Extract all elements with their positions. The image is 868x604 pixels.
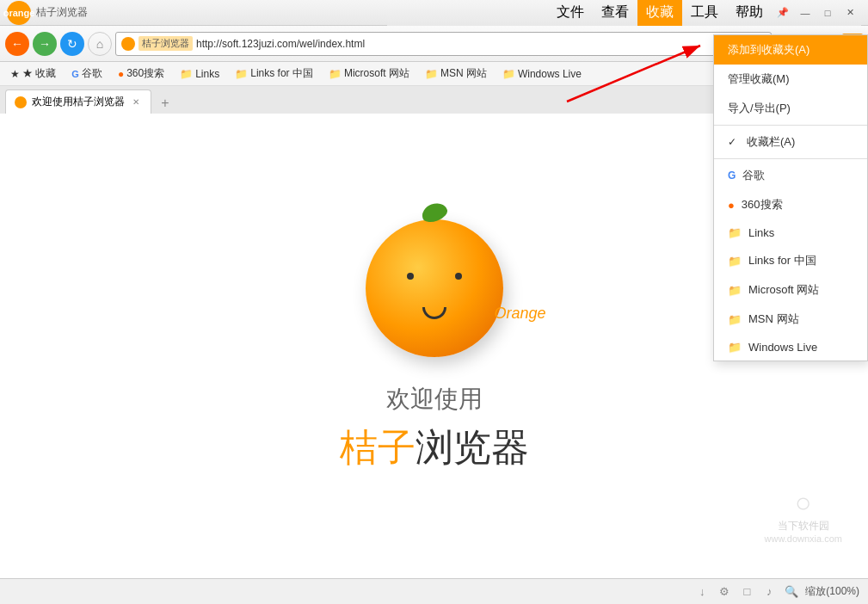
menu-help[interactable]: 帮助 — [727, 0, 772, 26]
dropdown-separator-1 — [714, 125, 867, 126]
tab-label: 欢迎使用桔子浏览器 — [32, 95, 125, 109]
bookmark-google[interactable]: G 谷歌 — [66, 65, 108, 83]
orange-eye-right — [455, 273, 462, 280]
browser-name: 桔子浏览器 — [340, 422, 529, 473]
folder-menu-icon-links-china: 📁 — [728, 255, 742, 268]
dropdown-bookmarks-bar[interactable]: ✓ 收藏栏(A) — [714, 127, 867, 157]
dropdown-links-china[interactable]: 📁 Links for 中国 — [714, 246, 867, 275]
dropdown-microsoft-label: Microsoft 网站 — [748, 282, 819, 298]
welcome-text: 欢迎使用 — [386, 383, 483, 416]
bookmark-links-label: Links — [195, 68, 219, 80]
site-label: 桔子浏览器 — [139, 36, 193, 51]
bookmark-main-label: ★ 收藏 — [22, 66, 56, 81]
watermark: ○ 当下软件园 www.downxia.com — [765, 487, 842, 544]
forward-button[interactable]: → — [33, 32, 57, 56]
folder-icon-windows-live: 📁 — [502, 68, 515, 80]
dropdown-msn[interactable]: 📁 MSN 网站 — [714, 305, 867, 334]
check-icon: ✓ — [728, 136, 740, 148]
star-icon: ★ — [10, 68, 20, 80]
url-input[interactable] — [196, 38, 766, 50]
home-button[interactable]: ⌂ — [88, 32, 112, 56]
bookmark-360search[interactable]: ● 360搜索 — [113, 65, 169, 83]
bookmark-links-china-label: Links for 中国 — [250, 66, 313, 81]
google-menu-icon: G — [728, 169, 736, 182]
folder-icon-links-china: 📁 — [235, 68, 248, 80]
screen-icon[interactable]: □ — [738, 583, 755, 601]
browser-window: orange 桔子浏览器 文件 查看 收藏 工具 帮助 📌 — □ ✕ ← → … — [0, 0, 868, 604]
orange-mascot: Orange — [366, 219, 503, 357]
dropdown-manage-bookmarks[interactable]: 管理收藏(M) — [714, 65, 867, 94]
bookmark-microsoft-label: Microsoft 网站 — [344, 66, 409, 81]
tab-close-button[interactable]: ✕ — [130, 96, 142, 108]
bookmarks-dropdown: 添加到收藏夹(A) 管理收藏(M) 导入/导出(P) ✓ 收藏栏(A) G 谷歌… — [713, 34, 868, 361]
browser-name-suffix: 浏览器 — [416, 426, 529, 468]
bookmark-msn[interactable]: 📁 MSN 网站 — [420, 65, 492, 83]
dropdown-windows-live-label: Windows Live — [748, 341, 817, 354]
folder-menu-icon-links: 📁 — [728, 226, 742, 239]
orange-leaf — [419, 200, 449, 225]
dropdown-links-label: Links — [748, 226, 774, 239]
bookmark-main[interactable]: ★ ★ 收藏 — [5, 65, 61, 83]
dropdown-360search[interactable]: ● 360搜索 — [714, 190, 867, 219]
menu-file[interactable]: 文件 — [548, 0, 593, 26]
dropdown-windows-live[interactable]: 📁 Windows Live — [714, 334, 867, 361]
dropdown-360-label: 360搜索 — [742, 197, 783, 213]
dropdown-import-export[interactable]: 导入/导出(P) — [714, 94, 867, 123]
window-controls: 📌 — □ ✕ — [772, 0, 861, 26]
menu-bar: 文件 查看 收藏 工具 帮助 — [387, 0, 773, 26]
orange-smile — [422, 307, 446, 319]
dropdown-google-label: 谷歌 — [742, 168, 765, 183]
status-icons: ↓ ⚙ □ ♪ 🔍 缩放(100%) — [693, 583, 859, 601]
dropdown-add-bookmark[interactable]: 添加到收藏夹(A) — [714, 35, 867, 65]
settings-icon[interactable]: ⚙ — [716, 583, 733, 601]
tab-welcome[interactable]: 欢迎使用桔子浏览器 ✕ — [5, 89, 151, 114]
dropdown-separator-2 — [714, 158, 867, 159]
orange-label: Orange — [494, 305, 545, 323]
new-tab-button[interactable]: + — [155, 93, 175, 114]
folder-menu-icon-windows-live: 📁 — [728, 341, 742, 354]
minimize-button[interactable]: — — [794, 4, 816, 22]
menu-bookmarks[interactable]: 收藏 — [637, 0, 682, 26]
search-icon[interactable]: 🔍 — [783, 583, 800, 601]
folder-icon-msn: 📁 — [425, 68, 438, 80]
menu-tools[interactable]: 工具 — [682, 0, 727, 26]
browser-name-orange: 桔子 — [340, 426, 416, 468]
folder-icon-links: 📁 — [180, 68, 193, 80]
address-bar: 桔子浏览器 — [115, 32, 772, 56]
dropdown-links[interactable]: 📁 Links — [714, 219, 867, 246]
address-favicon — [121, 37, 135, 51]
bookmark-microsoft[interactable]: 📁 Microsoft 网站 — [323, 65, 415, 83]
orange-body — [366, 219, 503, 357]
title-bar: orange 桔子浏览器 文件 查看 收藏 工具 帮助 📌 — □ ✕ — [0, 0, 868, 26]
bookmark-links-china[interactable]: 📁 Links for 中国 — [230, 65, 318, 83]
dropdown-links-china-label: Links for 中国 — [748, 253, 816, 268]
logo-text: orange — [3, 8, 35, 18]
dropdown-msn-label: MSN 网站 — [748, 311, 799, 327]
sound-icon[interactable]: ♪ — [760, 583, 778, 601]
google-icon: G — [71, 69, 79, 79]
bookmark-windows-live[interactable]: 📁 Windows Live — [497, 66, 587, 82]
dropdown-microsoft[interactable]: 📁 Microsoft 网站 — [714, 275, 867, 305]
refresh-button[interactable]: ↻ — [60, 32, 84, 56]
close-button[interactable]: ✕ — [839, 4, 861, 22]
folder-menu-icon-msn: 📁 — [728, 313, 742, 326]
360-icon: ● — [118, 68, 124, 80]
maximize-button[interactable]: □ — [816, 4, 839, 22]
watermark-site-name: 当下软件园 — [765, 519, 842, 533]
bookmark-links[interactable]: 📁 Links — [175, 66, 225, 82]
pin-button[interactable]: 📌 — [772, 4, 794, 22]
bookmarks-bar-label: 收藏栏(A) — [747, 134, 795, 150]
dropdown-google[interactable]: G 谷歌 — [714, 161, 867, 190]
app-logo: orange — [7, 1, 31, 25]
bookmark-windows-live-label: Windows Live — [518, 68, 582, 80]
orange-eye-left — [407, 273, 414, 280]
watermark-url: www.downxia.com — [765, 533, 842, 544]
download-icon[interactable]: ↓ — [693, 583, 711, 601]
app-title: 桔子浏览器 — [36, 5, 387, 20]
bookmark-360-label: 360搜索 — [126, 66, 164, 81]
bookmark-google-label: 谷歌 — [82, 66, 102, 81]
tab-favicon — [15, 96, 27, 108]
back-button[interactable]: ← — [5, 32, 29, 56]
360-menu-icon: ● — [728, 199, 735, 212]
menu-view[interactable]: 查看 — [593, 0, 637, 26]
